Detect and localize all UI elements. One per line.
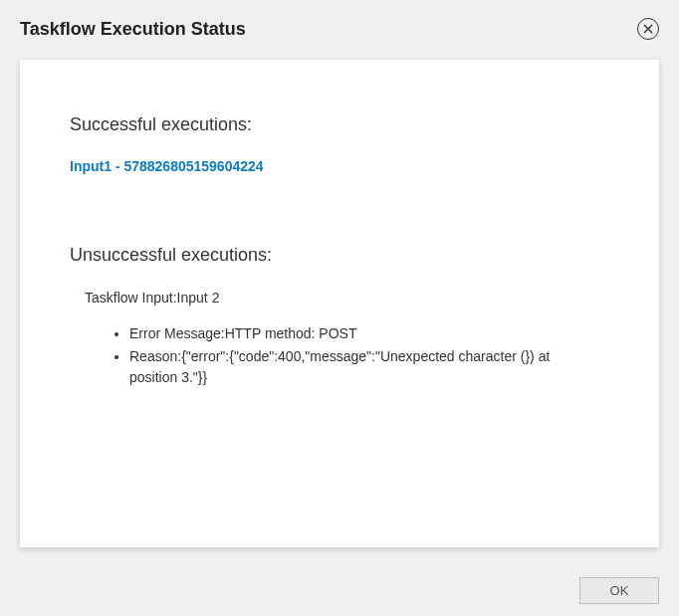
unsuccessful-section: Unsuccessful executions: Taskflow Input:… xyxy=(70,245,609,388)
successful-heading: Successful executions: xyxy=(70,114,609,135)
taskflow-input-label: Taskflow Input:Input 2 xyxy=(85,290,609,306)
unsuccessful-heading: Unsuccessful executions: xyxy=(70,245,609,266)
dialog-header: Taskflow Execution Status xyxy=(0,0,679,50)
content-panel: Successful executions: Input1 - 57882680… xyxy=(20,60,659,547)
close-button[interactable] xyxy=(637,18,659,40)
dialog-footer: OK xyxy=(579,577,659,604)
close-icon xyxy=(643,20,653,38)
error-reason-item: Reason:{"error":{"code":400,"message":"U… xyxy=(129,346,567,388)
successful-execution-link[interactable]: Input1 - 578826805159604224 xyxy=(70,158,264,174)
error-message-item: Error Message:HTTP method: POST xyxy=(129,323,567,344)
dialog-title: Taskflow Execution Status xyxy=(20,19,246,40)
error-list: Error Message:HTTP method: POST Reason:{… xyxy=(129,323,609,388)
ok-button[interactable]: OK xyxy=(579,577,659,604)
